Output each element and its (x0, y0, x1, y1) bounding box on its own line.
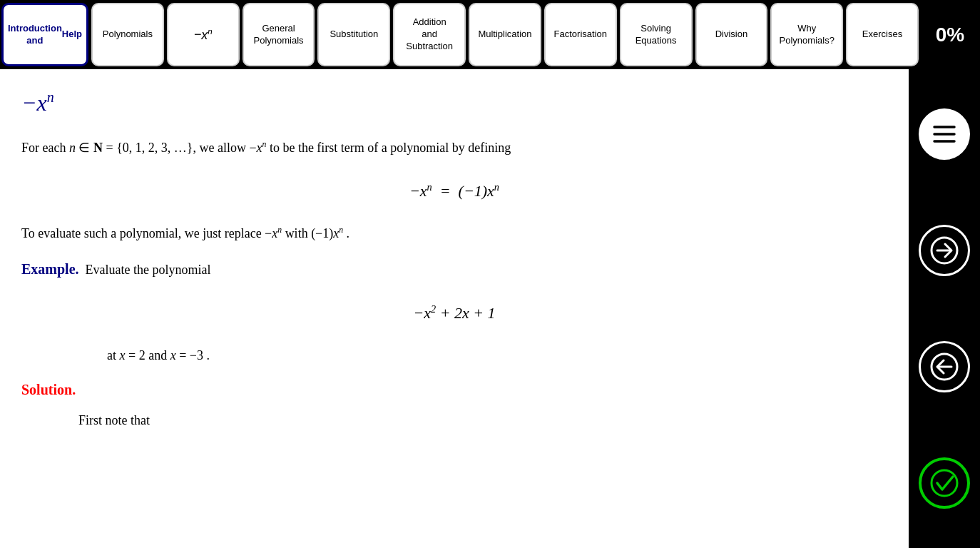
menu-button[interactable] (919, 108, 970, 160)
tab-factorisation[interactable]: Factorisation (544, 3, 617, 66)
tab-intro[interactable]: IntroductionandHelp (1, 3, 88, 66)
back-icon (930, 352, 959, 381)
navigation-bar: IntroductionandHelp Polynomials −xn Gene… (0, 0, 980, 69)
tab-solving-equations[interactable]: SolvingEquations (620, 3, 693, 66)
check-button[interactable] (919, 457, 970, 509)
equation-2: −x2 + 2x + 1 (21, 300, 887, 326)
back-button[interactable] (919, 341, 970, 392)
sidebar (909, 69, 980, 548)
forward-button[interactable] (919, 225, 970, 276)
page-title: −xn (21, 83, 887, 122)
forward-icon (930, 236, 959, 265)
tab-why-polynomials[interactable]: WhyPolynomials? (770, 3, 843, 66)
content-area: −xn For each n ∈ N = {0, 1, 2, 3, …}, we… (0, 69, 909, 548)
paragraph-2: To evaluate such a polynomial, we just r… (21, 222, 887, 245)
tab-general-polynomials[interactable]: GeneralPolynomials (243, 3, 315, 66)
tab-division[interactable]: Division (695, 3, 768, 66)
main-area: −xn For each n ∈ N = {0, 1, 2, 3, …}, we… (0, 69, 980, 548)
tab-neg-xn[interactable]: −xn (167, 3, 240, 66)
tab-multiplication[interactable]: Multiplication (469, 3, 541, 66)
check-icon (930, 469, 959, 497)
at-text: at x = 2 and x = −3 . (107, 344, 887, 367)
solution-label: Solution. (21, 377, 887, 402)
equation-1: −xn = (−1)xn (21, 178, 887, 204)
example-label: Example. (21, 261, 79, 277)
example-intro: Example. Evaluate the polynomial (21, 256, 887, 282)
tab-polynomials[interactable]: Polynomials (91, 3, 164, 66)
tab-exercises[interactable]: Exercises (846, 3, 919, 66)
solution-text: First note that (78, 409, 887, 432)
tab-substitution[interactable]: Substitution (317, 3, 390, 66)
progress-indicator: 0% (922, 3, 979, 66)
paragraph-1: For each n ∈ N = {0, 1, 2, 3, …}, we all… (21, 136, 887, 159)
tab-addition-subtraction[interactable]: AdditionandSubtraction (393, 3, 466, 66)
menu-icon (930, 120, 959, 148)
svg-point-7 (931, 470, 957, 496)
